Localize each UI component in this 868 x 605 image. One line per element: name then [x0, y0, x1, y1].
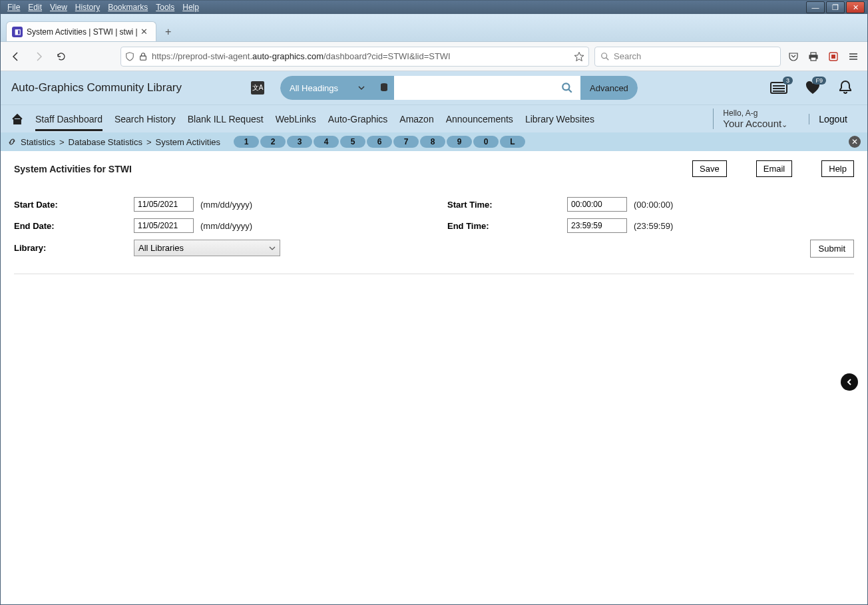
chevron-down-icon: ⌄: [781, 120, 787, 128]
submit-button[interactable]: Submit: [810, 240, 854, 258]
start-time-input[interactable]: [567, 197, 627, 212]
chevron-down-icon: [358, 85, 365, 91]
crumb-statistics[interactable]: Statistics: [21, 137, 55, 147]
pager-pill[interactable]: 7: [393, 136, 419, 148]
email-button[interactable]: Email: [756, 160, 793, 177]
favorites-badge: F9: [812, 77, 826, 85]
pager-pill[interactable]: 1: [234, 136, 259, 148]
menu-view[interactable]: View: [46, 1, 71, 13]
crumb-system-activities[interactable]: System Activities: [155, 137, 220, 147]
notifications-icon[interactable]: [838, 80, 853, 96]
svg-rect-7: [831, 55, 835, 59]
nav-blank-ill[interactable]: Blank ILL Request: [188, 107, 264, 131]
app-navbar: Staff Dashboard Search History Blank ILL…: [1, 104, 867, 132]
advanced-search-link[interactable]: Advanced: [580, 76, 638, 100]
nav-amazon[interactable]: Amazon: [399, 107, 433, 131]
lock-icon: [138, 52, 148, 61]
content-header: System Activities for STWI Save Email He…: [14, 160, 854, 177]
window-controls: — ❐ ✕: [805, 1, 865, 13]
print-icon[interactable]: [806, 49, 821, 64]
nav-autographics[interactable]: Auto-Graphics: [328, 107, 387, 131]
menu-file[interactable]: File: [3, 1, 24, 13]
page-title: System Activities for STWI: [14, 164, 132, 174]
search-scope-dropdown[interactable]: All Headings: [280, 76, 374, 100]
pager-pill[interactable]: 8: [420, 136, 445, 148]
menu-tools[interactable]: Tools: [152, 1, 178, 13]
minimize-button[interactable]: —: [806, 1, 825, 13]
nav-search-history[interactable]: Search History: [114, 107, 176, 131]
back-button[interactable]: [7, 48, 25, 65]
search-submit-icon[interactable]: [554, 76, 580, 100]
crumb-separator: >: [146, 137, 152, 147]
date-format-hint: (mm/dd/yyyy): [200, 200, 252, 210]
library-label: Library:: [14, 243, 134, 253]
browser-search-box[interactable]: Search: [594, 47, 781, 67]
date-format-hint: (mm/dd/yyyy): [200, 221, 252, 231]
account-block[interactable]: Hello, A-g Your Account⌄: [713, 108, 797, 129]
extension-icon[interactable]: [826, 49, 841, 64]
tab-favicon: ◧: [12, 27, 23, 37]
pager-pill[interactable]: 3: [287, 136, 312, 148]
forward-button[interactable]: [30, 48, 47, 65]
nav-announcements[interactable]: Announcements: [446, 107, 513, 131]
close-icon[interactable]: ✕: [849, 136, 861, 148]
end-date-input[interactable]: [134, 218, 194, 233]
svg-line-13: [568, 89, 572, 93]
save-button[interactable]: Save: [692, 160, 727, 177]
url-bar[interactable]: https://preprod-stwi-agent.auto-graphics…: [120, 47, 589, 67]
tab-close-icon[interactable]: ✕: [138, 27, 150, 37]
menu-edit[interactable]: Edit: [24, 1, 46, 13]
breadcrumb-row: Statistics > Database Statistics > Syste…: [1, 132, 867, 151]
chevron-down-icon: [269, 245, 276, 252]
end-time-label: End Time:: [447, 221, 567, 231]
nav-library-websites[interactable]: Library Websites: [525, 107, 594, 131]
collapse-panel-icon[interactable]: [841, 373, 858, 391]
pager-pill[interactable]: 5: [340, 136, 365, 148]
my-lists-icon[interactable]: 3: [770, 81, 787, 95]
browser-tab[interactable]: ◧ System Activities | STWI | stwi | ✕: [6, 21, 156, 41]
crumb-database-statistics[interactable]: Database Statistics: [69, 137, 142, 147]
nav-weblinks[interactable]: WebLinks: [276, 107, 316, 131]
pager-pill[interactable]: 9: [447, 136, 472, 148]
new-tab-button[interactable]: +: [159, 23, 178, 41]
database-icon[interactable]: [374, 76, 394, 100]
menu-history[interactable]: History: [71, 1, 104, 13]
reload-button[interactable]: [53, 48, 70, 65]
link-icon: [7, 137, 17, 146]
menu-help[interactable]: Help: [178, 1, 203, 13]
close-window-button[interactable]: ✕: [846, 1, 865, 13]
search-scope-label: All Headings: [290, 83, 338, 93]
menu-bookmarks[interactable]: Bookmarks: [104, 1, 152, 13]
pager-pill[interactable]: 6: [367, 136, 392, 148]
help-button[interactable]: Help: [821, 160, 854, 177]
catalog-search: All Headings Advanced: [280, 76, 638, 100]
library-select[interactable]: All Libraries: [134, 240, 280, 256]
pager-pill[interactable]: 2: [260, 136, 286, 148]
home-icon[interactable]: [11, 114, 23, 124]
browser-window: File Edit View History Bookmarks Tools H…: [0, 0, 868, 605]
filter-form: Start Date: (mm/dd/yyyy) End Date: (mm/d…: [14, 197, 854, 263]
catalog-search-input[interactable]: [394, 76, 554, 100]
maximize-button[interactable]: ❐: [826, 1, 845, 13]
pager-pill[interactable]: 0: [473, 136, 499, 148]
logout-link[interactable]: Logout: [809, 114, 857, 124]
pager-pill[interactable]: 4: [314, 136, 339, 148]
browser-tabstrip: ◧ System Activities | STWI | stwi | ✕ +: [1, 14, 867, 42]
bookmark-star-icon[interactable]: [574, 51, 584, 62]
favorites-icon[interactable]: F9: [805, 81, 821, 95]
start-time-hint: (00:00:00): [634, 200, 673, 210]
search-placeholder: Search: [614, 51, 641, 61]
language-icon[interactable]: 文A: [251, 81, 264, 95]
nav-staff-dashboard[interactable]: Staff Dashboard: [35, 107, 103, 131]
end-time-hint: (23:59:59): [634, 221, 673, 231]
end-time-input[interactable]: [567, 218, 627, 233]
pocket-icon[interactable]: [786, 49, 801, 64]
library-select-value: All Libraries: [138, 243, 184, 253]
url-text: https://preprod-stwi-agent.auto-graphics…: [152, 51, 570, 61]
svg-point-12: [562, 83, 569, 90]
your-account-label: Your Account: [723, 118, 781, 129]
start-date-input[interactable]: [134, 197, 194, 212]
pager-pill[interactable]: L: [500, 136, 525, 148]
lists-badge: 3: [783, 77, 793, 85]
hamburger-menu-icon[interactable]: [846, 49, 861, 64]
